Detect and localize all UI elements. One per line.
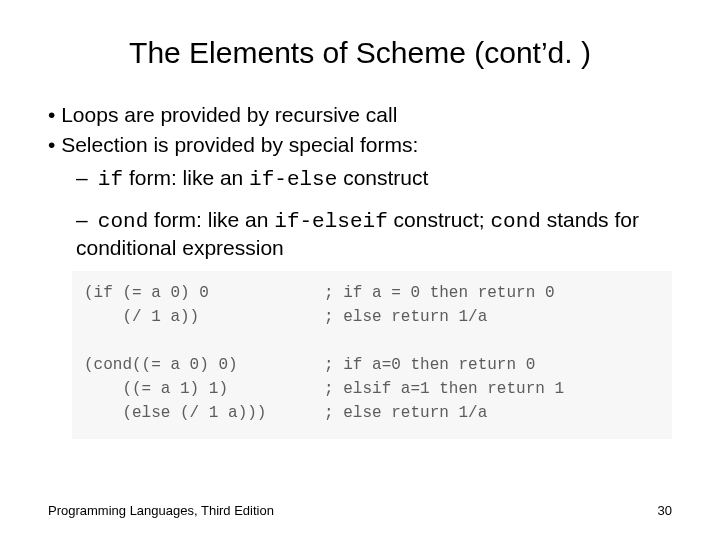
code-example: (if (= a 0) 0 ; if a = 0 then return 0 (… [72, 271, 672, 439]
subbullet-cond: – cond form: like an if-elseif construct… [76, 207, 672, 262]
dash-icon: – [76, 207, 92, 233]
subbullet-if: – if form: like an if-else construct [76, 165, 672, 193]
code-cond: cond [98, 210, 148, 233]
bullet-list: Loops are provided by recursive call Sel… [48, 102, 672, 261]
text: form: like an [148, 208, 274, 231]
page-number: 30 [658, 503, 672, 518]
text: form: like an [123, 166, 249, 189]
code-if-elseif: if-elseif [274, 210, 387, 233]
code-if-else: if-else [249, 168, 337, 191]
dash-icon: – [76, 165, 92, 191]
text: construct; [388, 208, 491, 231]
footer-source: Programming Languages, Third Edition [48, 503, 274, 518]
code-cond2: cond [490, 210, 540, 233]
slide: The Elements of Scheme (cont’d. ) Loops … [0, 0, 720, 540]
bullet-1: Loops are provided by recursive call [48, 102, 672, 128]
text: construct [337, 166, 428, 189]
page-title: The Elements of Scheme (cont’d. ) [48, 36, 672, 70]
code-if: if [98, 168, 123, 191]
bullet-2: Selection is provided by special forms: [48, 132, 672, 158]
